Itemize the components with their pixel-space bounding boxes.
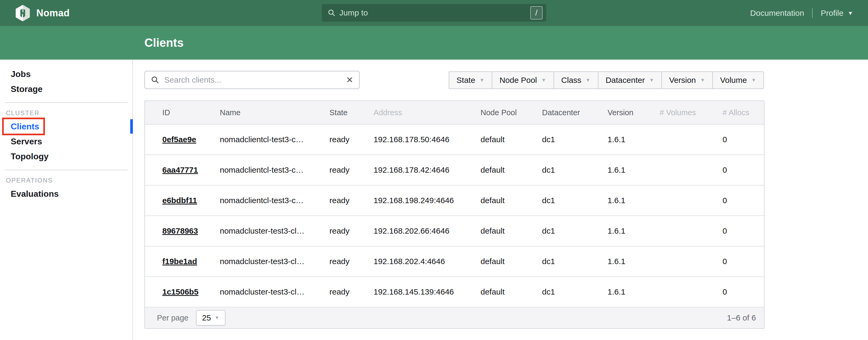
client-name: nomadcluster-test3-cl…	[214, 226, 324, 236]
client-version: 1.6.1	[602, 135, 654, 144]
chevron-down-icon: ▼	[848, 10, 853, 16]
client-allocs: 0	[717, 196, 764, 205]
table-row[interactable]: e6bdbf11 nomadclientcl-test3-c… ready 19…	[145, 186, 764, 216]
client-datacenter: dc1	[537, 287, 602, 297]
table-row[interactable]: 0ef5ae9e nomadclientcl-test3-c… ready 19…	[145, 125, 764, 155]
sidebar-divider	[5, 102, 128, 103]
topnav-separator	[812, 8, 813, 18]
nomad-home-link[interactable]: Nomad	[15, 4, 70, 22]
nomad-clients-page: Nomad Jump to / Documentation Profile ▼ …	[0, 0, 868, 340]
client-name: nomadclientcl-test3-c…	[214, 135, 324, 144]
clear-search-icon[interactable]: ✕	[346, 75, 353, 84]
search-icon	[328, 9, 336, 17]
sidebar-item-jobs[interactable]: Jobs	[0, 67, 132, 82]
client-address: 192.168.202.4:4646	[368, 257, 475, 266]
sidebar-item-storage[interactable]: Storage	[0, 82, 132, 96]
client-id-link[interactable]: f19be1ad	[162, 257, 197, 266]
sidebar-item-servers[interactable]: Servers	[0, 134, 132, 149]
table-body: 0ef5ae9e nomadclientcl-test3-c… ready 19…	[145, 125, 764, 307]
sidebar-divider	[5, 170, 128, 170]
slash-shortcut-badge: /	[530, 6, 542, 20]
column-header-state[interactable]: State	[324, 108, 368, 117]
chevron-down-icon: ▼	[751, 77, 756, 83]
chevron-down-icon: ▼	[700, 77, 705, 83]
client-allocs: 0	[717, 165, 764, 175]
column-header-volumes: # Volumes	[654, 108, 717, 117]
client-state: ready	[324, 257, 368, 266]
nomad-logo-icon	[15, 4, 30, 22]
client-state: ready	[324, 226, 368, 236]
column-header-version[interactable]: Version	[602, 108, 654, 117]
client-id-link[interactable]: e6bdbf11	[162, 196, 197, 205]
client-version: 1.6.1	[602, 257, 654, 266]
brand-name: Nomad	[36, 7, 70, 19]
chevron-down-icon: ▼	[215, 315, 219, 320]
client-datacenter: dc1	[537, 165, 602, 175]
sidebar-item-clients[interactable]: Clients	[0, 119, 132, 134]
jump-to-search[interactable]: Jump to /	[322, 4, 546, 22]
client-address: 192.168.145.139:4646	[368, 287, 475, 297]
table-row[interactable]: 89678963 nomadcluster-test3-cl… ready 19…	[145, 216, 764, 246]
top-nav: Nomad Jump to / Documentation Profile ▼	[0, 0, 868, 26]
per-page-select[interactable]: 25 ▼	[196, 310, 225, 326]
filter-bar: State ▼ Node Pool ▼ Class ▼ Datacenter ▼	[449, 71, 764, 89]
page-header: Clients	[0, 26, 868, 60]
column-header-id[interactable]: ID	[145, 108, 214, 117]
client-address: 192.168.178.50:4646	[368, 135, 475, 144]
filter-dropdown[interactable]: Volume ▼	[712, 71, 764, 89]
column-header-datacenter[interactable]: Datacenter	[537, 108, 602, 117]
filter-dropdown[interactable]: Class ▼	[554, 71, 598, 89]
client-id-link[interactable]: 89678963	[162, 226, 198, 235]
client-datacenter: dc1	[537, 226, 602, 236]
clients-table: ID Name State Address Node Pool Datacent…	[145, 100, 765, 329]
column-header-name[interactable]: Name	[214, 108, 324, 117]
active-item-indicator	[130, 119, 133, 134]
sidebar-section-operations: OPERATIONS	[0, 175, 132, 186]
client-name: nomadcluster-test3-cl…	[214, 287, 324, 297]
table-row[interactable]: f19be1ad nomadcluster-test3-cl… ready 19…	[145, 246, 764, 277]
client-datacenter: dc1	[537, 135, 602, 144]
profile-menu[interactable]: Profile ▼	[821, 8, 853, 18]
column-header-node-pool[interactable]: Node Pool	[475, 108, 537, 117]
client-version: 1.6.1	[602, 226, 654, 236]
page-title: Clients	[145, 36, 184, 50]
sidebar-item-topology[interactable]: Topology	[0, 149, 132, 164]
client-allocs: 0	[717, 257, 764, 266]
chevron-down-icon: ▼	[586, 77, 591, 83]
client-allocs: 0	[717, 226, 764, 236]
documentation-link[interactable]: Documentation	[750, 8, 804, 18]
client-allocs: 0	[717, 287, 764, 297]
client-id-link[interactable]: 0ef5ae9e	[162, 135, 196, 144]
filter-dropdown[interactable]: Version ▼	[661, 71, 713, 89]
client-datacenter: dc1	[537, 196, 602, 205]
client-name: nomadclientcl-test3-c…	[214, 165, 324, 175]
jump-to-placeholder: Jump to	[339, 8, 530, 18]
client-version: 1.6.1	[602, 165, 654, 175]
client-node-pool: default	[475, 196, 537, 205]
client-id-link[interactable]: 1c1506b5	[162, 287, 198, 296]
chevron-down-icon: ▼	[541, 77, 546, 83]
client-allocs: 0	[717, 135, 764, 144]
filter-dropdown[interactable]: State ▼	[449, 71, 492, 89]
top-nav-right: Documentation Profile ▼	[750, 0, 853, 26]
client-id-link[interactable]: 6aa47771	[162, 165, 198, 174]
client-state: ready	[324, 287, 368, 297]
filter-dropdown[interactable]: Node Pool ▼	[492, 71, 554, 89]
main-content: ✕ State ▼ Node Pool ▼ Class ▼	[133, 60, 868, 340]
table-row[interactable]: 6aa47771 nomadclientcl-test3-c… ready 19…	[145, 155, 764, 186]
sidebar-item-evaluations[interactable]: Evaluations	[0, 186, 132, 201]
pagination-range: 1–6 of 6	[727, 313, 756, 322]
client-state: ready	[324, 135, 368, 144]
client-state: ready	[324, 196, 368, 205]
chevron-down-icon: ▼	[649, 77, 654, 83]
filter-dropdown[interactable]: Datacenter ▼	[598, 71, 662, 89]
client-name: nomadcluster-test3-cl…	[214, 257, 324, 266]
per-page-label: Per page	[157, 313, 188, 322]
table-row[interactable]: 1c1506b5 nomadcluster-test3-cl… ready 19…	[145, 277, 764, 307]
search-icon	[151, 75, 159, 84]
search-clients-input[interactable]	[164, 75, 346, 85]
chevron-down-icon: ▼	[479, 77, 485, 83]
sidebar-section-cluster: CLUSTER	[0, 107, 132, 119]
client-name: nomadclientcl-test3-c…	[214, 196, 324, 205]
client-address: 192.168.198.249:4646	[368, 196, 475, 205]
